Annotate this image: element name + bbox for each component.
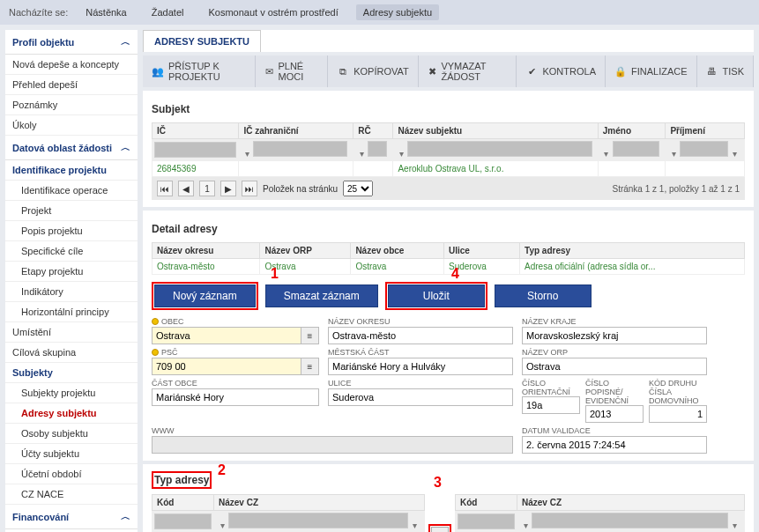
lookup-icon[interactable]: ≡	[301, 358, 319, 375]
typ-right-col: KódNázev CZ ▾▾ AAdresa oficiální (adresa…	[455, 494, 745, 532]
funnel-icon[interactable]: ▾	[241, 149, 253, 159]
tab-adresy-subjektu[interactable]: ADRESY SUBJEKTU	[143, 30, 261, 52]
cislo-orientacni-input[interactable]	[522, 396, 580, 414]
sidebar-item-cznace[interactable]: CZ NACE	[5, 484, 138, 505]
obec-input[interactable]	[152, 327, 301, 344]
pager-page[interactable]: 1	[199, 181, 215, 196]
breadcrumb-item-zadatel[interactable]: Žadatel	[145, 4, 191, 20]
col-orp[interactable]: Název ORP	[260, 243, 351, 259]
toolbar-kontrola[interactable]: ✔KONTROLA	[517, 55, 606, 87]
pager-prev[interactable]: ◀	[178, 181, 194, 196]
sidebar-item-subjekty-projektu[interactable]: Subjekty projektu	[5, 383, 138, 403]
filter-nazev[interactable]	[407, 141, 592, 157]
lookup-icon[interactable]: ≡	[301, 327, 319, 344]
toolbar-kopirovat[interactable]: ⧉KOPÍROVAT	[328, 55, 419, 87]
col-kod[interactable]: Kód	[456, 495, 517, 511]
sidebar-item-adresy-subjektu[interactable]: Adresy subjektu	[5, 403, 138, 424]
filter-nazev-right[interactable]	[532, 513, 728, 528]
psc-input[interactable]	[152, 358, 301, 375]
mcast-input[interactable]	[328, 358, 513, 375]
sidebar-item-popis[interactable]: Popis projektu	[5, 221, 138, 241]
col-nazev[interactable]: Název subjektu	[393, 123, 598, 139]
filter-ic[interactable]	[154, 142, 236, 158]
funnel-icon[interactable]: ▾	[216, 521, 228, 530]
sidebar-item-osoby[interactable]: Osoby subjektu	[5, 424, 138, 444]
sidebar-section-financovani[interactable]: Financování︿	[5, 505, 138, 529]
sidebar-item-identifikace[interactable]: Identifikace projektu	[5, 160, 138, 181]
col-obce[interactable]: Název obce	[351, 243, 444, 259]
sidebar-item-horiz[interactable]: Horizontální principy	[5, 302, 138, 322]
toolbar-pristup[interactable]: 👥PŘÍSTUP K PROJEKTU	[143, 55, 256, 87]
col-ulice[interactable]: Ulice	[443, 243, 519, 259]
sidebar-item-subjekty[interactable]: Subjekty	[5, 363, 138, 383]
sidebar-section-datova[interactable]: Datová oblast žádosti︿	[5, 136, 138, 160]
col-ic[interactable]: IČ	[153, 123, 239, 139]
sidebar-item-spec-cile[interactable]: Specifické cíle	[5, 241, 138, 262]
sidebar-item-cilova[interactable]: Cílová skupina	[5, 343, 138, 363]
filter-icz[interactable]	[253, 141, 347, 157]
sidebar-item-etapy[interactable]: Etapy projektu	[5, 262, 138, 282]
pager-next[interactable]: ▶	[220, 181, 236, 196]
funnel-icon[interactable]: ▾	[408, 521, 420, 530]
smazat-zaznam-button[interactable]: Smazat záznam	[265, 284, 378, 307]
col-nazev[interactable]: Název CZ	[517, 495, 745, 511]
move-right-button[interactable]: ▸	[431, 527, 449, 532]
sidebar-item-id-operace[interactable]: Identifikace operace	[5, 181, 138, 201]
col-jmeno[interactable]: Jméno	[598, 123, 666, 139]
filter-prijmeni[interactable]	[680, 141, 728, 157]
filter-kod-left[interactable]	[154, 514, 212, 529]
funnel-icon[interactable]: ▾	[519, 521, 532, 530]
table-row[interactable]: Ostrava-město Ostrava Ostrava Suderova A…	[153, 259, 745, 275]
cislo-popisne-input[interactable]	[585, 405, 644, 423]
datum-input[interactable]	[522, 436, 707, 454]
filter-kod-right[interactable]	[458, 514, 515, 529]
funnel-icon[interactable]: ▾	[355, 149, 368, 159]
breadcrumb-item-adresy[interactable]: Adresy subjektu	[356, 4, 439, 20]
sidebar-section-profil[interactable]: Profil objektu︿	[5, 30, 138, 55]
table-row[interactable]: 26845369 Aeroklub Ostrava UL, s.r.o.	[153, 161, 745, 177]
sidebar-item-umisteni[interactable]: Umístění	[5, 322, 138, 343]
filter-jmeno[interactable]	[613, 141, 660, 157]
funnel-icon[interactable]: ▾	[667, 149, 680, 159]
funnel-icon[interactable]: ▾	[395, 149, 407, 159]
pager-pagesize[interactable]: 25	[343, 181, 373, 196]
col-rc[interactable]: RČ	[353, 123, 393, 139]
col-prijmeni[interactable]: Příjmení	[666, 123, 745, 139]
sidebar-item-poznamky[interactable]: Poznámky	[5, 95, 138, 115]
www-input[interactable]	[152, 436, 513, 454]
col-nazev[interactable]: Název CZ	[214, 495, 425, 511]
ulozit-button[interactable]: Uložit	[388, 284, 485, 307]
sidebar-item-ucetni[interactable]: Účetní období	[5, 464, 138, 484]
sidebar-item-prehled-depesi[interactable]: Přehled depeší	[5, 75, 138, 95]
pager-first[interactable]: ⏮	[157, 181, 173, 196]
toolbar-vymazat[interactable]: ✖VYMAZAT ŽÁDOST	[419, 55, 517, 87]
funnel-icon[interactable]: ▾	[728, 149, 740, 159]
pager-last[interactable]: ⏭	[242, 181, 257, 196]
sidebar-item-ucty[interactable]: Účty subjektu	[5, 444, 138, 464]
castobce-input[interactable]	[152, 388, 319, 406]
breadcrumb-item-nastenka[interactable]: Nástěnka	[78, 4, 133, 20]
sidebar-item-depese[interactable]: Nová depeše a koncepty	[5, 55, 138, 75]
kraj-input[interactable]	[522, 327, 707, 344]
storno-button[interactable]: Storno	[495, 284, 592, 307]
col-kod[interactable]: Kód	[153, 495, 214, 511]
okres-input[interactable]	[328, 327, 513, 344]
toolbar-tisk[interactable]: 🖶TISK	[697, 55, 754, 87]
sidebar-item-projekt[interactable]: Projekt	[5, 201, 138, 221]
col-okres[interactable]: Název okresu	[153, 243, 260, 259]
col-typ[interactable]: Typ adresy	[520, 243, 745, 259]
funnel-icon[interactable]: ▾	[728, 521, 740, 530]
toolbar-plne-moci[interactable]: ✉PLNÉ MOCI	[256, 55, 328, 87]
filter-rc[interactable]	[368, 141, 387, 157]
sidebar-item-indikatory[interactable]: Indikátory	[5, 282, 138, 302]
sidebar-item-ukoly[interactable]: Úkoly	[5, 115, 138, 136]
orp-input[interactable]	[522, 358, 707, 375]
toolbar-finalizace[interactable]: 🔒FINALIZACE	[606, 55, 697, 87]
ulice-input[interactable]	[328, 388, 513, 406]
filter-nazev-left[interactable]	[228, 513, 408, 528]
col-icz[interactable]: IČ zahraniční	[239, 123, 353, 139]
novy-zaznam-button[interactable]: Nový záznam	[154, 284, 256, 307]
breadcrumb-item-kosmonaut[interactable]: Kosmonaut v ostrém prostředí	[201, 4, 345, 20]
kod-druhu-input[interactable]	[649, 405, 707, 423]
funnel-icon[interactable]: ▾	[600, 149, 613, 159]
